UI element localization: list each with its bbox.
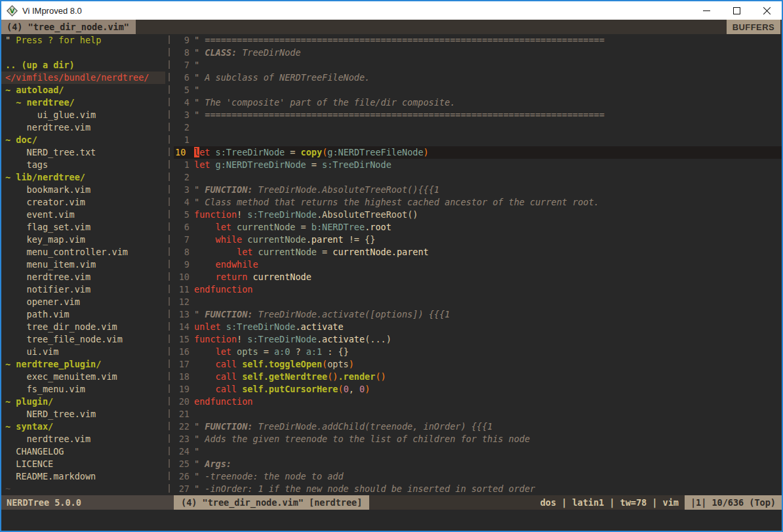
tree-item[interactable]: tree_dir_node.vim <box>1 321 165 333</box>
code-line[interactable]: 8" CLASS: TreeDirNode <box>174 47 782 59</box>
code-line[interactable]: 9" =====================================… <box>174 34 782 47</box>
code-line[interactable]: 6 let currentNode = b:NERDTree.root <box>174 221 782 234</box>
code-line[interactable]: 12 <box>174 296 782 308</box>
code-line[interactable]: 24" <box>174 445 782 458</box>
code-line[interactable]: 18 call self.getNerdtree().render() <box>174 371 782 383</box>
tree-item[interactable]: ~ lib/nerdtree/ <box>1 171 165 184</box>
tree-item[interactable]: ~ syntax/ <box>1 420 165 433</box>
tree-item[interactable]: tags <box>1 159 165 171</box>
tree-item[interactable]: path.vim <box>1 308 165 321</box>
tree-up-dir[interactable]: .. (up a dir) <box>1 59 165 72</box>
tree-item[interactable]: fs_menu.vim <box>1 383 165 396</box>
tree-item[interactable]: tree_file_node.vim <box>1 333 165 346</box>
code-text: " <box>194 59 199 72</box>
tree-item[interactable]: key_map.vim <box>1 234 165 246</box>
tree-item[interactable]: exec_menuitem.vim <box>1 371 165 383</box>
line-number: 7 <box>174 59 190 72</box>
tree-item[interactable]: NERD_tree.vim <box>1 408 165 420</box>
maximize-button[interactable] <box>721 1 752 20</box>
code-line[interactable]: 1 <box>174 134 782 146</box>
tree-item[interactable]: menu_item.vim <box>1 258 165 271</box>
code-line[interactable]: 7 while currentNode.parent != {} <box>174 234 782 246</box>
code-line-current[interactable]: 10let s:TreeDirNode = copy(g:NERDTreeFil… <box>174 146 782 159</box>
code-line[interactable]: 13" FUNCTION: TreeDirNode.activate([opti… <box>174 308 782 321</box>
tree-item[interactable]: ~ autoload/ <box>1 84 165 96</box>
tree-item[interactable]: flag_set.vim <box>1 221 165 234</box>
close-button[interactable] <box>752 1 782 20</box>
code-line[interactable]: 10 return currentNode <box>174 271 782 283</box>
tree-item[interactable]: CHANGELOG <box>1 445 165 458</box>
tree-item[interactable]: NERD_tree.txt <box>1 146 165 159</box>
tree-item[interactable]: bookmark.vim <box>1 184 165 196</box>
line-number: 18 <box>174 371 190 383</box>
code-text: " <box>194 445 199 458</box>
tree-item[interactable]: nerdtree.vim <box>1 433 165 445</box>
tab-tree-dir-node[interactable]: (4) "tree_dir_node.vim" <box>1 20 136 34</box>
code-line[interactable]: 25" Args: <box>174 458 782 470</box>
tree-item[interactable]: README.markdown <box>1 470 165 483</box>
code-line[interactable]: 2 <box>174 171 782 184</box>
code-line[interactable]: 5function! s:TreeDirNode.AbsoluteTreeRoo… <box>174 209 782 221</box>
tree-item[interactable]: ~ plugin/ <box>1 396 165 408</box>
code-line[interactable]: 19 call self.putCursorHere(0, 0) <box>174 383 782 396</box>
code-text: " FUNCTION: TreeDirNode.addChild(treenod… <box>194 420 492 433</box>
tree-item[interactable]: notifier.vim <box>1 283 165 296</box>
minimize-button[interactable] <box>691 1 721 20</box>
code-text: " FUNCTION: TreeDirNode.AbsoluteTreeRoot… <box>194 184 439 196</box>
code-line[interactable]: 23" Adds the given treenode to the list … <box>174 433 782 445</box>
tree-item[interactable]: ui.vim <box>1 346 165 358</box>
tree-item[interactable]: menu_controller.vim <box>1 246 165 258</box>
code-line[interactable]: 11endfunction <box>174 283 782 296</box>
status-cursor-position: |1| 10/636 (Top) <box>685 495 782 510</box>
code-line[interactable]: 14unlet s:TreeDirNode.activate <box>174 321 782 333</box>
code-line[interactable]: 27" -inOrder: 1 if the new node should b… <box>174 483 782 495</box>
code-line[interactable]: 4" Class method that returns the highest… <box>174 196 782 209</box>
code-line[interactable]: 16 let opts = a:0 ? a:1 : {} <box>174 346 782 358</box>
svg-text:V: V <box>10 7 15 14</box>
line-number: 22 <box>174 420 190 433</box>
tree-item[interactable]: ui_glue.vim <box>1 109 165 121</box>
tree-item[interactable]: event.vim <box>1 209 165 221</box>
code-text: " ======================================… <box>194 109 605 121</box>
code-line[interactable]: 5" <box>174 84 782 96</box>
tree-root-path[interactable]: </vimfiles/bundle/nerdtree/ <box>1 72 165 84</box>
title-bar[interactable]: V Vi IMproved 8.0 <box>1 1 782 20</box>
tree-item[interactable]: nerdtree.vim <box>1 271 165 283</box>
code-line[interactable]: 8 let currentNode = currentNode.parent <box>174 246 782 258</box>
tree-help-line: " Press ? for help <box>1 34 165 47</box>
line-number: 16 <box>174 346 190 358</box>
code-line[interactable]: 4" The 'composite' part of the file/dir … <box>174 96 782 109</box>
code-line[interactable]: 3" FUNCTION: TreeDirNode.AbsoluteTreeRoo… <box>174 184 782 196</box>
code-line[interactable]: 22" FUNCTION: TreeDirNode.addChild(treen… <box>174 420 782 433</box>
tree-item[interactable]: opener.vim <box>1 296 165 308</box>
code-line[interactable]: 6" A subclass of NERDTreeFileNode. <box>174 72 782 84</box>
tree-item[interactable]: creator.vim <box>1 196 165 209</box>
code-line[interactable]: 2 <box>174 121 782 134</box>
line-number: 14 <box>174 321 190 333</box>
code-line[interactable]: 21 <box>174 408 782 420</box>
code-line[interactable]: 20endfunction <box>174 396 782 408</box>
tree-item[interactable]: ~ nerdtree_plugin/ <box>1 358 165 371</box>
code-text: let currentNode = currentNode.parent <box>194 246 429 258</box>
code-text: " -treenode: the node to add <box>194 470 344 483</box>
empty-line-tilde: ~ <box>1 483 165 495</box>
code-line[interactable]: 9 endwhile <box>174 258 782 271</box>
code-line[interactable]: 26" -treenode: the node to add <box>174 470 782 483</box>
code-line[interactable]: 7" <box>174 59 782 72</box>
line-number: 1 <box>174 159 190 171</box>
code-text: " FUNCTION: TreeDirNode.activate([option… <box>194 308 450 321</box>
code-line[interactable]: 17 call self.toggleOpen(opts) <box>174 358 782 371</box>
tree-item[interactable]: LICENCE <box>1 458 165 470</box>
code-line[interactable]: 15function! s:TreeDirNode.activate(...) <box>174 333 782 346</box>
tree-item[interactable]: ~ doc/ <box>1 134 165 146</box>
code-line[interactable]: 1let g:NERDTreeDirNode = s:TreeDirNode <box>174 159 782 171</box>
line-number: 13 <box>174 308 190 321</box>
editor-panel[interactable]: 9" =====================================… <box>174 34 782 495</box>
window-split-separator[interactable] <box>165 34 174 495</box>
code-text: " ======================================… <box>194 34 605 47</box>
tree-item[interactable]: ~ nerdtree/ <box>1 96 165 109</box>
line-number: 8 <box>174 246 190 258</box>
code-line[interactable]: 3" =====================================… <box>174 109 782 121</box>
status-file-info: dos | latin1 | tw=78 | vim <box>534 495 685 510</box>
tree-item[interactable]: nerdtree.vim <box>1 121 165 134</box>
